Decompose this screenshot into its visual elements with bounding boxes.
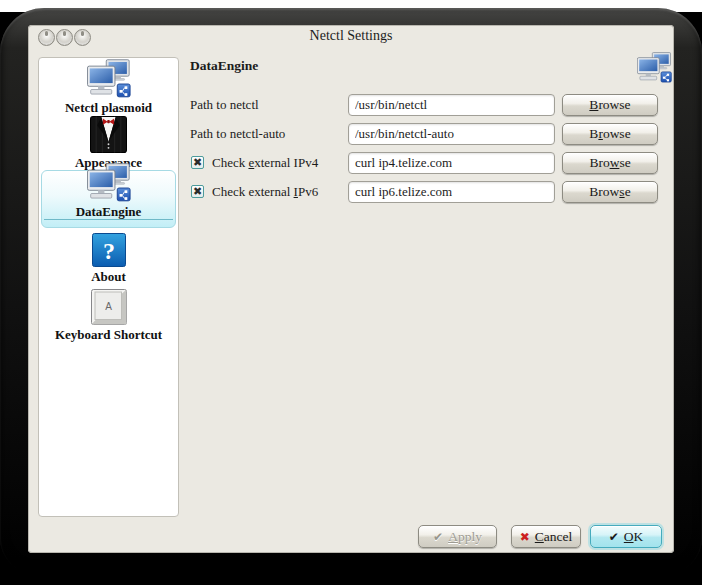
form-row: Path to netctl-auto Browse bbox=[28, 123, 674, 145]
titlebar[interactable]: Netctl Settings bbox=[28, 25, 674, 48]
apply-button[interactable]: ✔ Apply bbox=[418, 525, 497, 548]
check-external-ipv4-input[interactable] bbox=[348, 152, 555, 174]
network-computers-icon bbox=[87, 59, 131, 98]
browse-button[interactable]: Browse bbox=[562, 181, 658, 203]
page-title: DataEngine bbox=[190, 58, 258, 74]
check-external-ipv4-checkbox[interactable]: ✖ bbox=[191, 156, 204, 169]
browse-button[interactable]: Browse bbox=[562, 94, 658, 116]
check-icon: ✔ bbox=[433, 531, 443, 543]
sidebar-item-label: DataEngine bbox=[76, 204, 142, 219]
cross-icon: ✖ bbox=[520, 531, 530, 543]
sidebar-item-label: Keyboard Shortcut bbox=[55, 327, 162, 342]
check-external-ipv6-label: Check external IPv6 bbox=[212, 181, 318, 203]
keyboard-key-icon bbox=[91, 289, 127, 325]
path-to-netctl-auto-input[interactable] bbox=[348, 123, 555, 145]
browse-button[interactable]: Browse bbox=[562, 123, 658, 145]
cancel-button[interactable]: ✖ Cancel bbox=[511, 525, 581, 548]
form-row: Path to netctl Browse bbox=[28, 94, 674, 116]
check-external-ipv6-checkbox[interactable]: ✖ bbox=[191, 185, 204, 198]
ok-button[interactable]: ✔ OK bbox=[590, 525, 662, 548]
path-to-netctl-label: Path to netctl bbox=[190, 94, 259, 116]
form-row: ✖ Check external IPv6 Browse bbox=[28, 181, 674, 203]
sidebar-item-label: About bbox=[91, 269, 126, 284]
form-row: ✖ Check external IPv4 Browse bbox=[28, 152, 674, 174]
sidebar-item-about[interactable]: About bbox=[41, 232, 176, 284]
check-icon: ✔ bbox=[609, 531, 619, 543]
check-external-ipv6-input[interactable] bbox=[348, 181, 555, 203]
window-title: Netctl Settings bbox=[28, 28, 674, 44]
question-mark-icon bbox=[92, 233, 126, 267]
network-computers-icon bbox=[637, 52, 672, 83]
path-to-netctl-auto-label: Path to netctl-auto bbox=[190, 123, 285, 145]
netctl-settings-dialog: Netctl Settings Netctl plasmoid Appearan… bbox=[28, 25, 674, 553]
check-external-ipv4-label: Check external IPv4 bbox=[212, 152, 318, 174]
path-to-netctl-input[interactable] bbox=[348, 94, 555, 116]
browse-button[interactable]: Browse bbox=[562, 152, 658, 174]
sidebar-item-keyboard-shortcut[interactable]: Keyboard Shortcut bbox=[41, 286, 176, 342]
